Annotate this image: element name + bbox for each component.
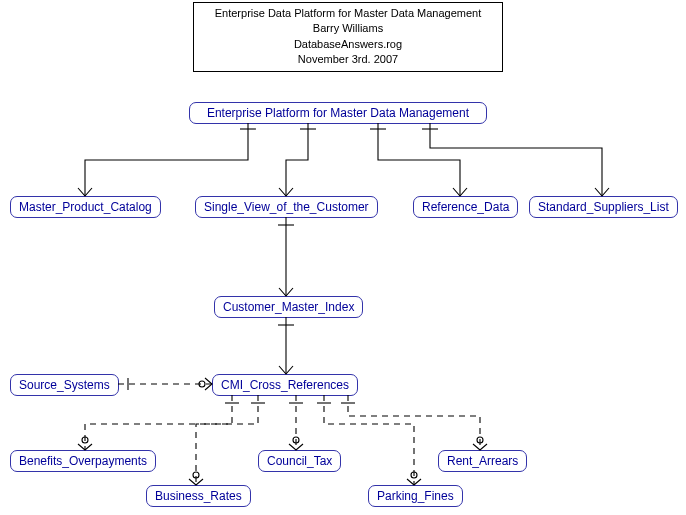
title-line-2: Barry Williams: [198, 21, 498, 36]
entity-rent-arrears: Rent_Arrears: [438, 450, 527, 472]
svg-point-4: [411, 472, 417, 478]
entity-council-tax: Council_Tax: [258, 450, 341, 472]
svg-point-2: [193, 472, 199, 478]
entity-customer-master-index: Customer_Master_Index: [214, 296, 363, 318]
entity-benefits-overpayments: Benefits_Overpayments: [10, 450, 156, 472]
title-line-1: Enterprise Data Platform for Master Data…: [198, 6, 498, 21]
svg-point-0: [199, 381, 205, 387]
svg-point-3: [293, 437, 299, 443]
connectors-layer: [0, 0, 686, 515]
entity-standard-suppliers: Standard_Suppliers_List: [529, 196, 678, 218]
title-box: Enterprise Data Platform for Master Data…: [193, 2, 503, 72]
svg-point-1: [82, 437, 88, 443]
title-line-4: November 3rd. 2007: [198, 52, 498, 67]
entity-parking-fines: Parking_Fines: [368, 485, 463, 507]
entity-reference-data: Reference_Data: [413, 196, 518, 218]
svg-point-5: [477, 437, 483, 443]
entity-business-rates: Business_Rates: [146, 485, 251, 507]
entity-root: Enterprise Platform for Master Data Mana…: [189, 102, 487, 124]
entity-source-systems: Source_Systems: [10, 374, 119, 396]
title-line-3: DatabaseAnswers.rog: [198, 37, 498, 52]
entity-single-view-customer: Single_View_of_the_Customer: [195, 196, 378, 218]
entity-cmi-cross-references: CMI_Cross_References: [212, 374, 358, 396]
entity-master-product-catalog: Master_Product_Catalog: [10, 196, 161, 218]
